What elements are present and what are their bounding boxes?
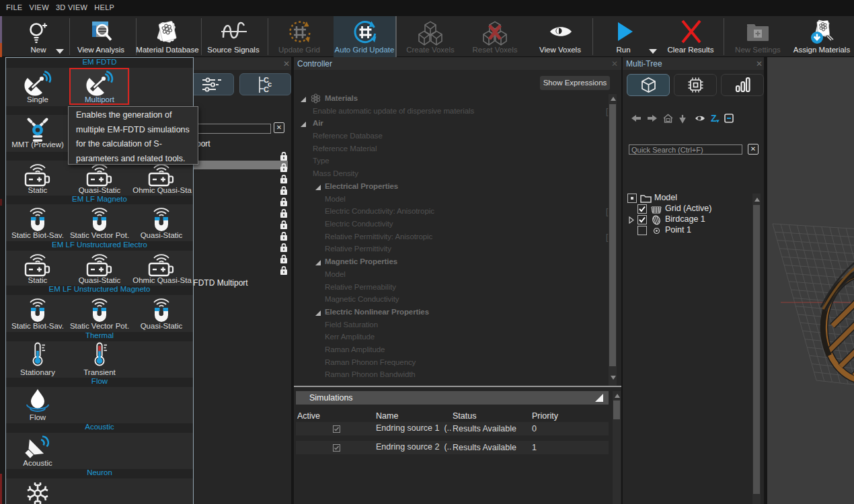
svg-text:C: C	[264, 85, 269, 93]
svg-text:Z: Z	[711, 113, 717, 124]
